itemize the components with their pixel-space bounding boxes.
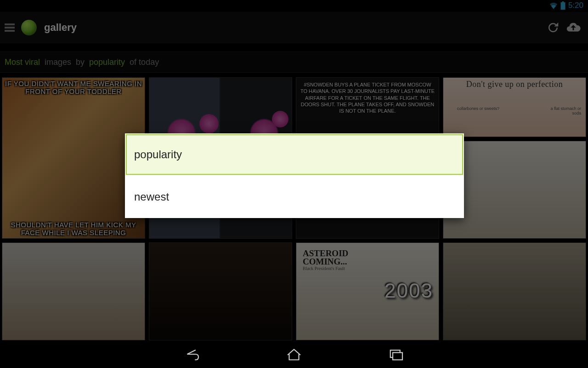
gallery-tile[interactable]: Don't give up on perfection collarbones …: [443, 77, 586, 137]
recent-apps-button[interactable]: [386, 347, 406, 363]
app-logo[interactable]: [21, 20, 37, 35]
tile-note: a flat stomach or soda: [549, 106, 581, 115]
app-title: gallery: [44, 22, 77, 34]
sort-popup: popularity newest: [125, 133, 464, 218]
tile-headline: ASTEROID COMING... Black President's Fau…: [303, 249, 358, 271]
tile-title: Don't give up on perfection: [445, 80, 584, 89]
gallery-tile[interactable]: ASTEROID COMING... Black President's Fau…: [296, 242, 439, 340]
status-bar: 5:20: [545, 0, 588, 11]
svg-rect-3: [393, 353, 402, 360]
gallery-tile[interactable]: [149, 242, 292, 340]
status-time: 5:20: [568, 1, 583, 10]
app-bar: gallery: [0, 12, 588, 43]
sort-option-label: newest: [134, 190, 169, 203]
tile-note: collarbones or sweets?: [457, 106, 499, 111]
gallery-tile[interactable]: [443, 242, 586, 340]
system-nav-bar: [0, 342, 588, 368]
filter-sort[interactable]: popularity: [89, 58, 125, 67]
home-button[interactable]: [284, 347, 304, 363]
sort-option-label: popularity: [134, 148, 182, 161]
gallery-tile[interactable]: IF YOU DIDN'T WANT ME SWEARING IN FRONT …: [2, 77, 145, 239]
svg-rect-1: [562, 1, 564, 3]
refresh-button[interactable]: [543, 17, 563, 38]
back-button[interactable]: [182, 347, 202, 363]
gallery-tile[interactable]: [443, 141, 586, 239]
tile-year-badge: 2003: [384, 279, 433, 302]
tile-caption: #SNOWDEN BUYS A PLANE TICKET FROM MOSCOW…: [300, 81, 435, 114]
sort-option-popularity[interactable]: popularity: [125, 133, 464, 176]
sort-option-newest[interactable]: newest: [125, 176, 464, 218]
meme-top-text: IF YOU DIDN'T WANT ME SWEARING IN FRONT …: [4, 80, 143, 96]
meme-bottom-text: SHOULDN'T HAVE LET HIM KICK MY FACE WHIL…: [4, 221, 143, 237]
filter-word-images: images: [45, 58, 71, 67]
wifi-icon: [549, 2, 558, 9]
menu-icon[interactable]: [5, 23, 15, 32]
filter-suffix: of today: [130, 58, 159, 67]
svg-rect-0: [560, 2, 565, 10]
battery-icon: [560, 1, 565, 10]
filter-word-by: by: [76, 58, 85, 67]
upload-button[interactable]: [563, 17, 583, 38]
filter-section[interactable]: Most viral: [5, 58, 40, 67]
filter-bar: Most viral images by popularity of today: [0, 52, 588, 73]
gallery-tile[interactable]: [2, 242, 145, 340]
